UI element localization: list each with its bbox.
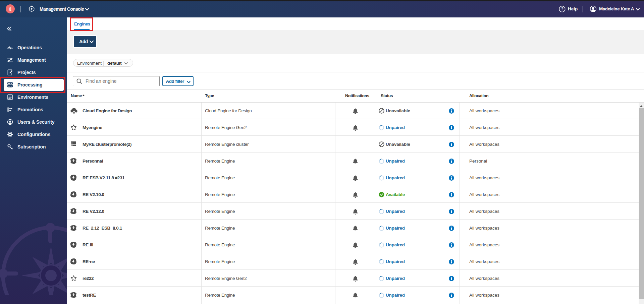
svg-text:?: ? <box>561 7 564 11</box>
